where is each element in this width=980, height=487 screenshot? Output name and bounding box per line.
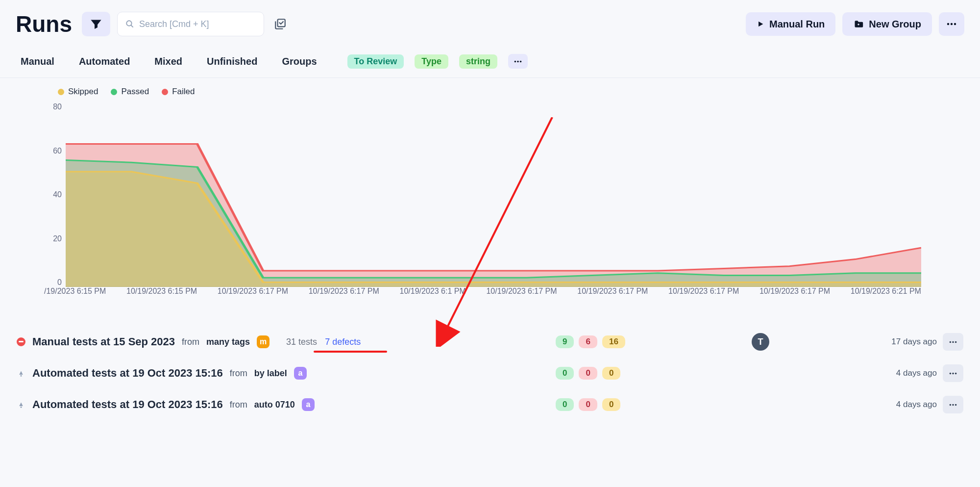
filter-pill-string[interactable]: string	[459, 54, 497, 69]
run-from-label: from	[230, 368, 247, 379]
svg-point-20	[955, 404, 957, 406]
chart-area: 806040200 /19/2023 6:15 PM10/19/2023 6:1…	[44, 103, 921, 308]
run-row[interactable]: Automated tests at 19 Oct 2023 15:16 fro…	[17, 358, 963, 389]
count-skipped: 16	[602, 335, 625, 348]
chart-plot	[66, 103, 921, 287]
svg-point-18	[950, 404, 952, 406]
run-from-value: by label	[254, 368, 287, 379]
checklist-icon	[274, 18, 287, 30]
tab-groups[interactable]: Groups	[282, 56, 317, 67]
svg-point-3	[951, 23, 953, 25]
count-skipped: 0	[602, 367, 620, 380]
chart-x-axis: /19/2023 6:15 PM10/19/2023 6:15 PM10/19/…	[44, 287, 921, 308]
run-title: Automated tests at 19 Oct 2023 15:16	[32, 367, 223, 380]
tab-mixed[interactable]: Mixed	[154, 56, 182, 67]
run-row[interactable]: Manual tests at 15 Sep 2023 from many ta…	[17, 326, 963, 358]
run-counts: 0 0 0	[556, 367, 620, 380]
svg-point-13	[21, 375, 22, 377]
svg-point-7	[520, 60, 522, 62]
search-box[interactable]	[117, 12, 264, 36]
count-failed: 0	[579, 398, 597, 411]
new-group-button[interactable]: New Group	[842, 12, 932, 36]
run-tag-badge: a	[302, 398, 315, 411]
svg-point-2	[947, 23, 949, 25]
annotation-underline	[314, 351, 387, 353]
status-failed-icon	[17, 337, 25, 346]
tab-unfinished[interactable]: Unfinished	[207, 56, 257, 67]
status-auto-icon	[17, 400, 25, 409]
run-more-button[interactable]	[943, 364, 963, 382]
run-tag-badge: a	[294, 367, 307, 380]
svg-point-4	[954, 23, 956, 25]
count-skipped: 0	[602, 398, 620, 411]
run-counts: 9 6 16	[556, 335, 625, 348]
tab-manual[interactable]: Manual	[21, 56, 54, 67]
search-icon	[125, 19, 134, 29]
filter-button[interactable]	[82, 12, 110, 36]
filter-pill-to-review[interactable]: To Review	[347, 54, 404, 69]
legend-item: Failed	[162, 87, 195, 97]
filter-icon	[91, 19, 101, 29]
count-failed: 6	[579, 335, 597, 348]
play-icon	[757, 20, 764, 28]
run-time-ago: 4 days ago	[873, 400, 937, 410]
run-time-ago: 17 days ago	[873, 337, 937, 347]
run-from-value: many tags	[206, 337, 250, 347]
legend-item: Skipped	[58, 87, 98, 97]
tests-count: 31 tests	[286, 337, 317, 347]
run-from-label: from	[230, 400, 247, 410]
run-title: Automated tests at 19 Oct 2023 15:16	[32, 398, 223, 411]
filter-pill-type[interactable]: Type	[415, 54, 448, 69]
user-avatar[interactable]: T	[752, 333, 769, 351]
new-group-label: New Group	[869, 19, 921, 30]
manual-run-label: Manual Run	[769, 19, 825, 30]
svg-point-17	[21, 407, 22, 408]
run-title: Manual tests at 15 Sep 2023	[32, 335, 175, 348]
dots-icon	[947, 23, 956, 26]
svg-point-19	[952, 404, 954, 406]
run-counts: 0 0 0	[556, 398, 620, 411]
page-title: Runs	[16, 11, 72, 37]
svg-point-5	[514, 60, 516, 62]
run-from-label: from	[182, 337, 199, 347]
run-row[interactable]: Automated tests at 19 Oct 2023 15:16 fro…	[17, 389, 963, 420]
legend-item: Passed	[111, 87, 149, 97]
svg-point-11	[952, 341, 954, 343]
svg-point-6	[517, 60, 519, 62]
status-auto-icon	[17, 369, 25, 378]
count-passed: 9	[556, 335, 574, 348]
count-passed: 0	[556, 398, 574, 411]
svg-point-12	[955, 341, 957, 343]
header-more-button[interactable]	[939, 12, 964, 36]
count-failed: 0	[579, 367, 597, 380]
defects-link[interactable]: 7 defects	[325, 337, 361, 347]
manual-run-button[interactable]: Manual Run	[746, 12, 835, 36]
filters-more-button[interactable]	[508, 54, 528, 69]
svg-point-14	[950, 372, 952, 374]
svg-point-16	[955, 372, 957, 374]
run-more-button[interactable]	[943, 333, 963, 351]
run-from-value: auto 0710	[254, 400, 295, 410]
count-passed: 0	[556, 367, 574, 380]
svg-point-10	[950, 341, 952, 343]
run-tag-badge: m	[257, 335, 270, 348]
run-time-ago: 4 days ago	[873, 368, 937, 378]
svg-point-0	[126, 21, 131, 26]
dots-icon	[514, 60, 522, 63]
run-more-button[interactable]	[943, 396, 963, 413]
bulk-select-button[interactable]	[271, 15, 290, 33]
chart-legend: SkippedPassedFailed	[0, 78, 980, 100]
folder-plus-icon	[853, 19, 864, 29]
search-input[interactable]	[139, 19, 256, 29]
svg-point-15	[952, 372, 954, 374]
tab-automated[interactable]: Automated	[79, 56, 130, 67]
chart-y-axis: 806040200	[44, 103, 62, 287]
